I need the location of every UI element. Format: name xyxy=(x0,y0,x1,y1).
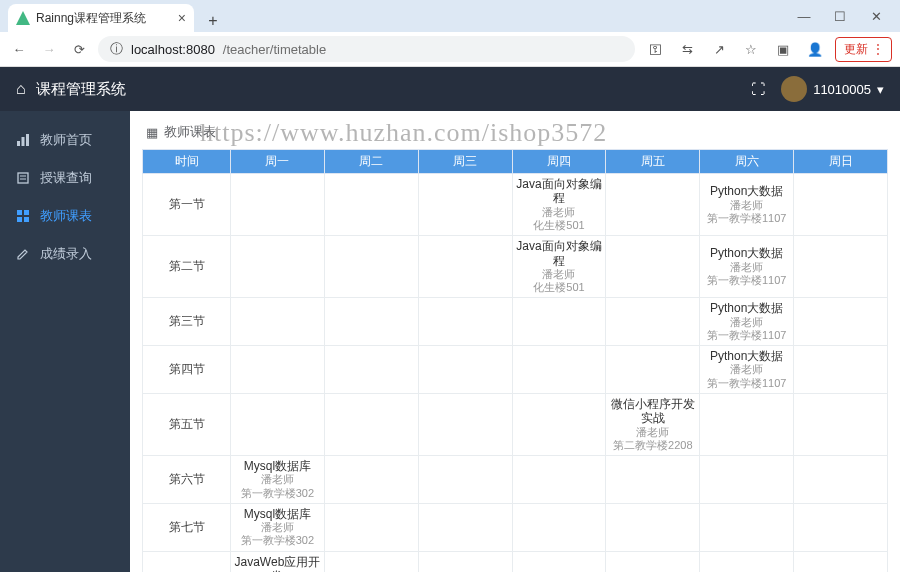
nav-back-icon[interactable]: ← xyxy=(8,38,30,60)
course-teacher: 潘老师 xyxy=(515,268,604,281)
course-teacher: 潘老师 xyxy=(515,206,604,219)
timetable-cell: Python大数据潘老师第一教学楼1107 xyxy=(700,174,794,236)
timetable-header-day: 周五 xyxy=(606,150,700,174)
course-name: Mysql数据库 xyxy=(233,507,322,521)
browser-toolbar: ← → ⟳ ⓘ localhost:8080/teacher/timetable… xyxy=(0,32,900,67)
nav-reload-icon[interactable]: ⟳ xyxy=(68,38,90,60)
timetable-cell xyxy=(324,298,418,346)
timetable-cell xyxy=(606,236,700,298)
timetable-cell xyxy=(231,298,325,346)
menu-dots-icon: ⋮ xyxy=(872,42,883,56)
site-info-icon[interactable]: ⓘ xyxy=(110,40,123,58)
timetable-row: 第四节Python大数据潘老师第一教学楼1107 xyxy=(143,346,888,394)
course-room: 第一教学楼1107 xyxy=(702,377,791,390)
timetable-cell xyxy=(700,456,794,504)
svg-rect-6 xyxy=(17,210,22,215)
timetable-cell xyxy=(418,551,512,572)
timetable-cell xyxy=(512,456,606,504)
timetable-cell xyxy=(794,236,888,298)
timetable-cell xyxy=(700,393,794,455)
timetable-cell: Python大数据潘老师第一教学楼1107 xyxy=(700,236,794,298)
timetable-cell xyxy=(324,393,418,455)
fullscreen-icon[interactable]: ⛶ xyxy=(751,81,765,97)
app-header: ⌂ 课程管理系统 ⛶ 11010005 ▾ xyxy=(0,67,900,111)
timetable-cell xyxy=(606,456,700,504)
period-cell: 第八节 xyxy=(143,551,231,572)
window-maximize-icon[interactable]: ☐ xyxy=(832,9,848,24)
svg-rect-8 xyxy=(17,217,22,222)
panel-header: ▦ 教师课表 xyxy=(142,121,888,149)
sidebar-item-course-query[interactable]: 授课查询 xyxy=(0,159,130,197)
course-name: 微信小程序开发实战 xyxy=(608,397,697,426)
timetable-cell xyxy=(418,346,512,394)
period-cell: 第二节 xyxy=(143,236,231,298)
home-icon[interactable]: ⌂ xyxy=(16,80,26,98)
timetable-cell xyxy=(794,393,888,455)
timetable-cell xyxy=(700,551,794,572)
sidebar-item-label: 授课查询 xyxy=(40,169,92,187)
svg-rect-7 xyxy=(24,210,29,215)
chevron-down-icon: ▾ xyxy=(877,82,884,97)
course-teacher: 潘老师 xyxy=(608,426,697,439)
svg-rect-1 xyxy=(22,137,25,146)
edit-icon xyxy=(16,247,30,261)
timetable-header-day: 周四 xyxy=(512,150,606,174)
grid-icon xyxy=(16,209,30,223)
period-cell: 第一节 xyxy=(143,174,231,236)
timetable-cell: Python大数据潘老师第一教学楼1107 xyxy=(700,298,794,346)
translate-icon[interactable]: ⇆ xyxy=(675,37,699,61)
timetable-header-day: 周三 xyxy=(418,150,512,174)
course-teacher: 潘老师 xyxy=(233,473,322,486)
favicon-vue xyxy=(16,11,30,25)
course-room: 化生楼501 xyxy=(515,281,604,294)
sidebar-item-label: 教师课表 xyxy=(40,207,92,225)
course-name: Java面向对象编程 xyxy=(515,177,604,206)
sidebar-item-timetable[interactable]: 教师课表 xyxy=(0,197,130,235)
course-room: 化生楼501 xyxy=(515,219,604,232)
new-tab-button[interactable]: + xyxy=(202,10,224,32)
timetable-cell xyxy=(418,236,512,298)
bookmark-icon[interactable]: ☆ xyxy=(739,37,763,61)
url-bar[interactable]: ⓘ localhost:8080/teacher/timetable xyxy=(98,36,635,62)
course-teacher: 潘老师 xyxy=(702,199,791,212)
browser-tab-strip: Rainng课程管理系统 × + — ☐ ✕ xyxy=(0,0,900,32)
user-menu[interactable]: 11010005 ▾ xyxy=(781,76,884,102)
timetable-cell: Mysql数据库潘老师第一教学楼302 xyxy=(231,503,325,551)
window-close-icon[interactable]: ✕ xyxy=(868,9,884,24)
tab-close-icon[interactable]: × xyxy=(178,10,186,26)
panel-title: 教师课表 xyxy=(164,123,216,141)
svg-rect-0 xyxy=(17,141,20,146)
window-minimize-icon[interactable]: — xyxy=(796,9,812,24)
bar-chart-icon xyxy=(16,133,30,147)
timetable-cell xyxy=(512,298,606,346)
timetable-cell xyxy=(606,346,700,394)
timetable-cell xyxy=(794,346,888,394)
share-icon[interactable]: ↗ xyxy=(707,37,731,61)
timetable-cell xyxy=(231,236,325,298)
table-icon: ▦ xyxy=(146,125,158,140)
sidebar-item-grade-entry[interactable]: 成绩录入 xyxy=(0,235,130,273)
timetable-cell xyxy=(606,551,700,572)
timetable-cell xyxy=(324,236,418,298)
timetable-cell xyxy=(512,551,606,572)
update-button[interactable]: 更新 ⋮ xyxy=(835,37,892,62)
course-name: Mysql数据库 xyxy=(233,459,322,473)
timetable-cell xyxy=(418,456,512,504)
timetable-cell xyxy=(418,503,512,551)
profile-icon[interactable]: 👤 xyxy=(803,37,827,61)
main-content: ▦ 教师课表 时间周一周二周三周四周五周六周日 第一节Java面向对象编程潘老师… xyxy=(130,111,900,572)
timetable-cell xyxy=(794,298,888,346)
timetable-cell xyxy=(324,503,418,551)
svg-rect-3 xyxy=(18,173,28,183)
window-controls: — ☐ ✕ xyxy=(780,0,900,32)
sidepanel-icon[interactable]: ▣ xyxy=(771,37,795,61)
sidebar-item-teacher-home[interactable]: 教师首页 xyxy=(0,121,130,159)
timetable-row: 第五节微信小程序开发实战潘老师第二教学楼2208 xyxy=(143,393,888,455)
browser-tab[interactable]: Rainng课程管理系统 × xyxy=(8,4,194,32)
timetable-cell xyxy=(512,346,606,394)
key-icon[interactable]: ⚿ xyxy=(643,37,667,61)
avatar xyxy=(781,76,807,102)
course-name: Python大数据 xyxy=(702,349,791,363)
course-name: Python大数据 xyxy=(702,184,791,198)
nav-forward-icon: → xyxy=(38,38,60,60)
